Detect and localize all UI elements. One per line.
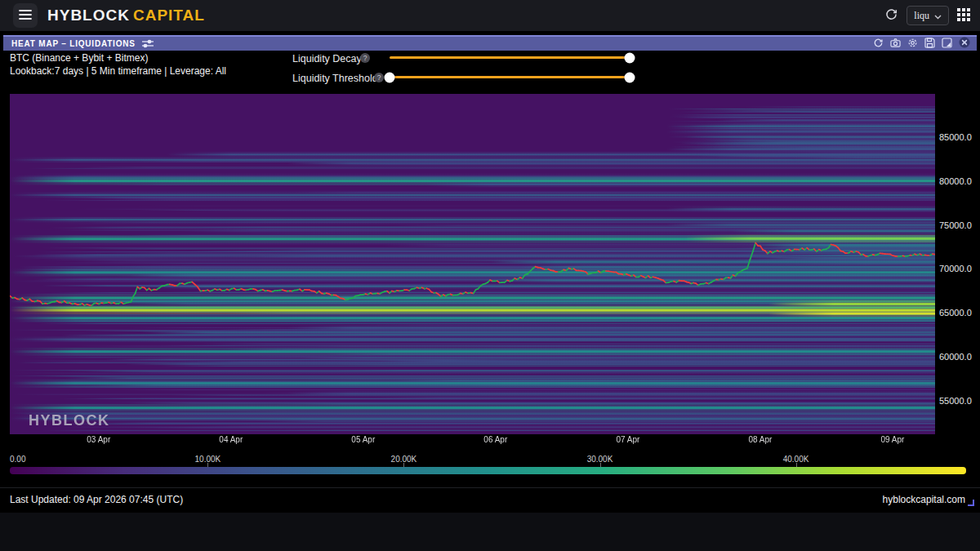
grid-icon	[957, 8, 970, 24]
view-dropdown[interactable]: liqu	[906, 6, 949, 25]
close-icon	[959, 37, 970, 51]
refresh-icon	[873, 38, 884, 51]
x-axis-label: 06 Apr	[483, 435, 507, 444]
tune-sliders-icon[interactable]	[142, 37, 154, 51]
brand-logo[interactable]: HYBLOCK CAPITAL	[47, 0, 205, 31]
settings-button[interactable]	[907, 38, 918, 51]
y-axis-label: 85000.0	[939, 132, 972, 142]
panel-header[interactable]: HEAT MAP – LIQUIDATIONS	[3, 35, 977, 51]
panel-title: HEAT MAP – LIQUIDATIONS	[11, 39, 136, 48]
refresh-button[interactable]	[884, 7, 898, 24]
colorbar-gradient	[10, 467, 966, 474]
panel-actions	[873, 37, 970, 51]
x-axis-label: 08 Apr	[748, 435, 772, 444]
colorbar-label: 0.00	[10, 455, 25, 464]
view-dropdown-value: liqu	[914, 10, 929, 22]
topbar: HYBLOCK CAPITAL liqu	[0, 0, 980, 31]
threshold-slider-track[interactable]	[390, 76, 630, 78]
threshold-slider-handle-min[interactable]	[385, 72, 395, 82]
topbar-actions: liqu	[884, 0, 970, 31]
y-axis-label: 70000.0	[939, 264, 972, 273]
brand-primary: HYBLOCK	[47, 7, 130, 24]
save-icon	[924, 38, 935, 51]
y-axis-label: 55000.0	[939, 396, 972, 406]
site-label: hyblockcapital.com	[883, 494, 965, 505]
threshold-slider-label: Liquidity Threshold	[292, 73, 378, 84]
brand-accent: CAPITAL	[133, 7, 205, 24]
close-button[interactable]	[959, 37, 970, 51]
y-axis-label: 65000.0	[939, 308, 972, 318]
apps-grid-button[interactable]	[957, 8, 970, 24]
expand-icon	[942, 38, 952, 51]
liquidation-heatmap-canvas[interactable]	[10, 94, 935, 434]
gear-icon	[907, 38, 918, 51]
x-axis-label: 03 Apr	[87, 435, 110, 444]
hamburger-icon	[19, 9, 32, 23]
y-axis-label: 60000.0	[939, 352, 972, 362]
heatmap-chart: HYBLOCK	[10, 94, 935, 434]
camera-icon	[890, 38, 901, 51]
threshold-info-icon[interactable]: ?	[374, 73, 384, 82]
decay-slider-handle[interactable]	[625, 52, 635, 63]
x-axis-label: 09 Apr	[880, 435, 904, 444]
page: HYBLOCK CAPITAL liqu	[0, 0, 980, 551]
x-axis-label: 07 Apr	[616, 435, 639, 444]
threshold-slider-handle-max[interactable]	[625, 72, 635, 82]
symbol-info: BTC (Binance + Bybit + Bitmex)	[10, 52, 148, 64]
refresh-icon	[884, 7, 898, 24]
decay-slider-label: Liquidity Decay	[292, 53, 362, 64]
x-axis-label: 04 Apr	[219, 435, 243, 444]
lookback-info: Lookback:7 days | 5 Min timeframe | Leve…	[10, 65, 226, 77]
x-axis-label: 05 Apr	[351, 435, 375, 444]
decay-slider-track[interactable]	[390, 56, 630, 59]
footer-divider	[0, 487, 980, 488]
chart-watermark: HYBLOCK	[29, 412, 110, 429]
expand-button[interactable]	[942, 38, 952, 51]
save-button[interactable]	[924, 38, 935, 51]
panel-refresh-button[interactable]	[873, 38, 884, 51]
y-axis-label: 75000.0	[939, 220, 972, 230]
resize-corner-icon[interactable]	[968, 500, 974, 506]
last-updated-text: Last Updated: 09 Apr 2026 07:45 (UTC)	[10, 494, 183, 505]
decay-info-icon[interactable]: ?	[360, 53, 370, 63]
y-axis-label: 80000.0	[939, 176, 972, 186]
screenshot-button[interactable]	[890, 38, 901, 51]
chevron-down-icon	[934, 8, 942, 23]
menu-button[interactable]	[13, 3, 38, 28]
app-window: HYBLOCK CAPITAL liqu	[0, 0, 980, 513]
